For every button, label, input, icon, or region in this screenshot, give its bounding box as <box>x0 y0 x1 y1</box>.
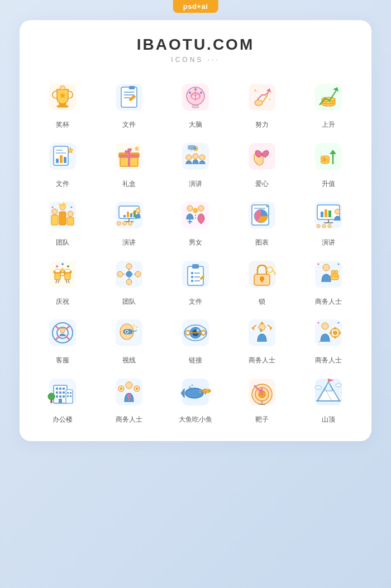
svg-point-87 <box>187 205 193 211</box>
svg-rect-105 <box>328 211 331 217</box>
svg-point-188 <box>322 323 328 329</box>
svg-point-67 <box>52 209 58 214</box>
svg-point-114 <box>55 269 60 273</box>
svg-point-220 <box>120 387 123 390</box>
icon-label-bizman3: 商务人士 <box>315 356 342 365</box>
icon-label-brain: 大脑 <box>189 121 202 130</box>
svg-rect-200 <box>56 388 58 390</box>
svg-rect-210 <box>66 390 73 403</box>
icon-box-bizman4 <box>109 372 149 412</box>
icons-grid: 奖杯 文件 <box>31 77 360 424</box>
icon-box-brain <box>175 77 216 117</box>
svg-point-157 <box>337 263 339 265</box>
svg-point-215 <box>48 393 55 400</box>
icon-label-speech: 演讲 <box>189 180 202 189</box>
icon-label-target: 靶子 <box>255 415 269 424</box>
svg-point-239 <box>261 393 263 395</box>
svg-point-155 <box>335 270 338 274</box>
svg-point-156 <box>317 263 319 265</box>
svg-point-251 <box>336 384 341 387</box>
icon-label-love: 爱心 <box>255 180 269 189</box>
icon-box-bizman3 <box>308 313 349 353</box>
svg-rect-2 <box>57 106 68 107</box>
svg-rect-203 <box>56 391 58 394</box>
icon-box-gender <box>175 195 216 235</box>
icon-item-celebrate: 庆祝 <box>31 254 95 307</box>
svg-rect-212 <box>70 392 71 394</box>
icon-label-bizman2: 商务人士 <box>249 356 275 365</box>
svg-rect-53 <box>188 145 196 150</box>
svg-rect-36 <box>60 155 63 163</box>
svg-point-48 <box>186 155 192 160</box>
svg-rect-76 <box>127 212 129 217</box>
svg-point-115 <box>65 269 70 273</box>
svg-point-151 <box>323 264 330 271</box>
icon-label-gender: 男女 <box>189 238 202 247</box>
icon-label-file2: 文件 <box>56 180 69 189</box>
svg-point-90 <box>198 205 204 211</box>
icon-label-speech2: 演讲 <box>122 238 136 247</box>
icon-item-link: 链接 <box>164 313 228 365</box>
svg-point-166 <box>126 331 128 333</box>
icon-box-building <box>42 372 83 412</box>
icon-label-chart: 图表 <box>255 238 269 247</box>
svg-rect-77 <box>130 213 132 217</box>
icon-item-vision: 视线 <box>97 313 161 365</box>
svg-point-108 <box>328 224 331 228</box>
icon-label-giftbox: 礼盒 <box>122 180 136 189</box>
svg-rect-193 <box>330 332 332 334</box>
icon-box-file3 <box>175 254 216 294</box>
svg-rect-192 <box>334 336 336 338</box>
icon-box-chart <box>242 195 282 235</box>
icon-label-upgrade: 升值 <box>322 180 335 189</box>
icon-item-bizman4: 商务人士 <box>97 372 161 424</box>
svg-point-49 <box>193 154 198 159</box>
icon-label-bigfish: 大鱼吃小鱼 <box>179 415 212 424</box>
icon-box-speech3 <box>308 195 349 235</box>
svg-point-107 <box>322 224 326 228</box>
icon-card: IBAOTU.COM ICONS ··· <box>20 20 371 441</box>
svg-rect-64 <box>51 215 58 225</box>
icon-label-peak: 山顶 <box>322 415 335 424</box>
svg-point-83 <box>117 222 121 226</box>
icon-item-file2: 文件 <box>31 136 95 189</box>
icon-box-bigfish <box>175 372 216 412</box>
svg-point-69 <box>68 211 73 217</box>
icon-item-lock: 锁 <box>230 254 294 307</box>
svg-point-195 <box>317 322 319 324</box>
svg-rect-134 <box>192 264 199 269</box>
icon-item-bizman2: $ 商务人士 <box>230 313 294 365</box>
icon-item-bizman: 商务人士 <box>296 254 360 307</box>
icon-item-bigfish: 大鱼吃小鱼 <box>164 372 228 424</box>
svg-rect-75 <box>123 215 126 217</box>
icon-box-bizman <box>308 254 349 294</box>
icon-item-trophy: 奖杯 <box>31 77 95 130</box>
svg-point-190 <box>333 331 337 335</box>
svg-rect-66 <box>67 217 74 225</box>
svg-point-197 <box>318 341 320 343</box>
svg-rect-103 <box>321 212 323 217</box>
svg-point-125 <box>126 264 132 269</box>
icon-item-gender: 男女 <box>164 195 228 247</box>
icon-item-love: 爱心 <box>230 136 294 189</box>
icon-item-custservice: 客服 <box>31 313 95 365</box>
svg-point-17 <box>200 92 202 94</box>
svg-rect-104 <box>325 209 327 217</box>
svg-rect-21 <box>249 84 275 111</box>
icon-label-document: 文件 <box>122 121 136 130</box>
icon-box-target <box>242 372 282 412</box>
icon-label-lock: 锁 <box>259 298 265 307</box>
icon-item-speech2: 演讲 <box>97 195 161 247</box>
svg-point-72 <box>71 207 73 208</box>
svg-rect-205 <box>63 391 65 394</box>
svg-point-26 <box>254 89 256 92</box>
svg-rect-208 <box>63 395 65 398</box>
svg-point-232 <box>207 390 208 391</box>
svg-point-27 <box>269 99 270 101</box>
site-title: IBAOTU.COM <box>31 36 360 54</box>
icon-box-peak <box>308 372 349 412</box>
icon-box-lock <box>242 254 282 294</box>
svg-point-81 <box>136 208 140 213</box>
svg-rect-137 <box>191 276 193 278</box>
svg-rect-209 <box>59 399 62 403</box>
